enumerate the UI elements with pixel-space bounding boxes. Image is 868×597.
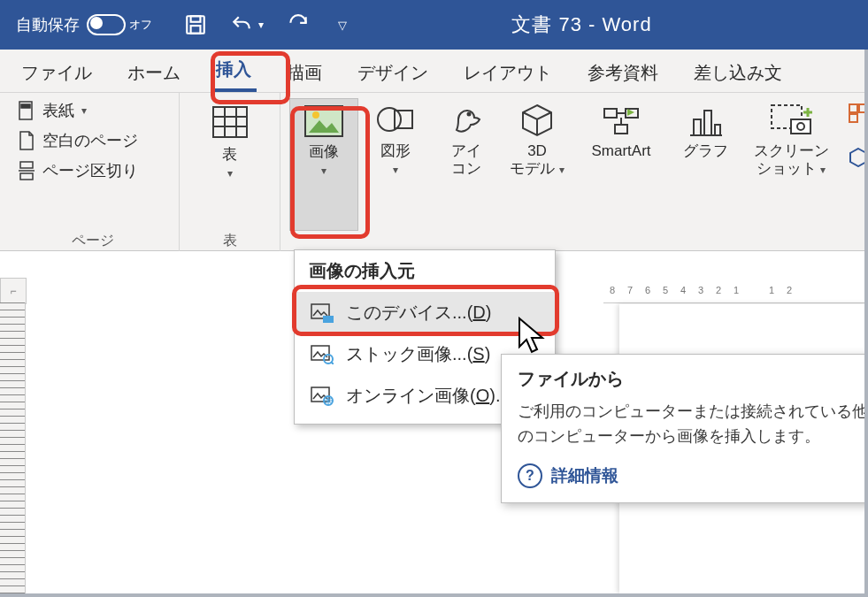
chevron-down-icon: ▾ <box>393 164 398 176</box>
blank-page-button[interactable]: 空白のページ <box>16 128 140 153</box>
help-icon: ? <box>518 463 542 488</box>
svg-rect-30 <box>849 104 857 112</box>
tab-insert[interactable]: 挿入 <box>211 49 257 92</box>
page-break-icon <box>18 161 35 180</box>
svg-rect-26 <box>791 119 810 134</box>
online-picture-icon <box>311 387 334 406</box>
window-right-edge <box>864 50 868 593</box>
autosave-toggle[interactable]: 自動保存 オフ <box>16 14 152 35</box>
from-this-device-item[interactable]: このデバイス...(D) <box>295 292 555 333</box>
svg-rect-23 <box>704 111 711 135</box>
svg-rect-22 <box>694 119 701 135</box>
tab-mailings[interactable]: 差し込み文 <box>688 52 787 92</box>
svg-rect-32 <box>849 114 857 122</box>
chevron-down-icon: ▾ <box>820 164 826 176</box>
svg-rect-16 <box>395 111 412 128</box>
pictures-button[interactable]: 画像▾ <box>289 98 358 231</box>
cube-icon <box>517 102 557 139</box>
tab-layout[interactable]: レイアウト <box>458 52 557 92</box>
tab-design[interactable]: デザイン <box>352 52 434 92</box>
tooltip-body: ご利用のコンピューターまたは接続されている他のコンピューターから画像を挿入します… <box>518 400 868 449</box>
tab-home[interactable]: ホーム <box>122 52 186 92</box>
tab-file[interactable]: ファイル <box>16 52 97 92</box>
page-break-button[interactable]: ページ区切り <box>16 158 140 183</box>
horizontal-ruler[interactable]: 8765432112 <box>603 278 868 303</box>
title-bar: 自動保存 オフ ▾ ▽ 文書 73 - Word <box>0 0 868 50</box>
svg-rect-2 <box>191 26 201 34</box>
chart-icon <box>685 102 726 139</box>
svg-rect-35 <box>311 346 329 360</box>
icons-button[interactable]: アイコン <box>433 98 500 231</box>
3d-models-button[interactable]: 3Dモデル ▾ <box>503 98 571 231</box>
picture-icon <box>303 103 344 140</box>
chevron-down-icon: ▾ <box>81 104 87 117</box>
autosave-label: 自動保存 <box>16 14 80 35</box>
redo-icon[interactable] <box>287 13 310 36</box>
svg-rect-24 <box>715 125 720 135</box>
group-tables: 表▾ 表 <box>180 93 280 256</box>
tab-draw[interactable]: 描画 <box>281 52 327 92</box>
shapes-icon <box>375 102 416 139</box>
undo-button[interactable]: ▾ <box>230 13 264 36</box>
svg-point-14 <box>312 111 319 119</box>
stock-picture-icon <box>311 345 334 364</box>
cover-page-button[interactable]: 表紙 ▾ <box>16 98 140 123</box>
screenshot-button[interactable]: スクリーンショット ▾ <box>742 98 840 231</box>
group-illustrations: 画像▾ 図形▾ アイコン 3Dモデル ▾ SmartArt グラフ <box>280 93 868 256</box>
ribbon-tabs: ファイル ホーム 挿入 描画 デザイン レイアウト 参考資料 差し込み文 <box>0 50 868 93</box>
svg-rect-5 <box>20 162 33 168</box>
cover-page-icon <box>18 101 35 120</box>
chevron-down-icon: ▾ <box>227 167 233 180</box>
screenshot-icon <box>768 102 814 139</box>
document-title: 文書 73 - Word <box>347 11 817 38</box>
duck-icon <box>446 102 487 139</box>
dropdown-title: 画像の挿入元 <box>295 250 555 292</box>
chevron-down-icon: ▾ <box>321 165 326 177</box>
tooltip: ファイルから ご利用のコンピューターまたは接続されている他のコンピューターから画… <box>501 354 868 503</box>
svg-rect-8 <box>213 107 247 137</box>
svg-rect-1 <box>191 16 201 22</box>
vertical-ruler[interactable] <box>0 302 26 593</box>
toggle-switch-icon <box>87 14 126 35</box>
window-bottom-edge <box>0 593 868 597</box>
svg-rect-18 <box>604 109 617 118</box>
svg-rect-20 <box>615 125 627 134</box>
svg-rect-6 <box>20 173 33 180</box>
blank-page-icon <box>18 131 35 150</box>
group-pages: 表紙 ▾ 空白のページ ページ区切り ページ <box>7 93 180 256</box>
tab-references[interactable]: 参考資料 <box>582 52 664 92</box>
table-button[interactable]: 表▾ <box>196 98 264 228</box>
ribbon: 表紙 ▾ 空白のページ ページ区切り ページ 表▾ <box>0 93 868 251</box>
smartart-icon <box>601 102 641 139</box>
tell-me-more-link[interactable]: ? 詳細情報 <box>518 463 868 488</box>
shapes-button[interactable]: 図形▾ <box>362 98 429 231</box>
svg-rect-4 <box>21 104 30 108</box>
svg-rect-34 <box>323 316 334 323</box>
save-icon[interactable] <box>184 13 207 36</box>
qat-more-icon[interactable]: ▽ <box>338 19 347 32</box>
device-picture-icon <box>311 303 334 323</box>
svg-line-37 <box>331 362 334 364</box>
tooltip-title: ファイルから <box>518 367 868 391</box>
smartart-button[interactable]: SmartArt <box>574 98 668 231</box>
chart-button[interactable]: グラフ <box>672 98 739 231</box>
chevron-down-icon: ▾ <box>559 164 565 176</box>
chevron-down-icon: ▾ <box>258 19 264 31</box>
ruler-corner: ⌐ <box>0 278 27 304</box>
autosave-state: オフ <box>129 17 152 33</box>
svg-rect-38 <box>311 387 329 402</box>
quick-access-toolbar: ▾ ▽ <box>184 13 347 36</box>
table-icon <box>210 102 250 142</box>
svg-point-17 <box>468 113 471 116</box>
